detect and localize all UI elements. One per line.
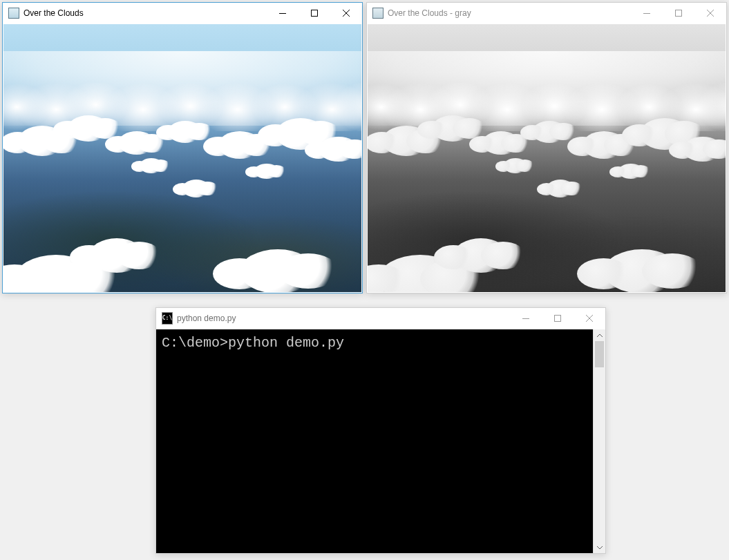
app-icon: C:\ [162, 313, 173, 324]
svg-rect-0 [312, 10, 318, 17]
vertical-scrollbar[interactable] [593, 329, 605, 553]
window-title: python demo.py [177, 313, 236, 323]
svg-rect-1 [676, 10, 682, 17]
clouds-image-color [3, 24, 361, 292]
console-viewport[interactable]: C:\demo>python demo.py [156, 329, 605, 553]
close-icon [343, 10, 350, 17]
cmd-icon: C:\ [162, 312, 173, 325]
close-button[interactable] [694, 3, 726, 23]
console-command: python demo.py [228, 335, 344, 351]
image-viewport [3, 24, 361, 292]
minimize-icon [279, 10, 286, 17]
close-icon [586, 315, 593, 322]
titlebar[interactable]: C:\ python demo.py [156, 308, 605, 329]
scrollbar-thumb[interactable] [595, 341, 604, 367]
window-controls [510, 308, 605, 329]
minimize-icon [643, 10, 650, 17]
minimize-button[interactable] [510, 308, 542, 329]
close-icon [707, 10, 714, 17]
maximize-button[interactable] [299, 3, 330, 23]
maximize-icon [311, 10, 318, 17]
minimize-button[interactable] [631, 3, 663, 23]
image-window-color[interactable]: Over the Clouds [2, 2, 363, 293]
maximize-button[interactable] [542, 308, 574, 329]
maximize-button[interactable] [663, 3, 694, 23]
minimize-icon [522, 315, 529, 322]
scroll-down-button[interactable] [594, 541, 605, 553]
close-button[interactable] [330, 3, 362, 23]
clouds-image-gray [368, 24, 726, 292]
maximize-icon [675, 10, 682, 17]
window-title: Over the Clouds [23, 8, 84, 18]
chevron-up-icon [597, 333, 603, 338]
app-icon [8, 8, 19, 19]
titlebar[interactable]: Over the Clouds - gray [367, 3, 726, 23]
console-prompt: C:\demo> [162, 335, 228, 351]
chevron-down-icon [597, 545, 603, 550]
image-window-gray[interactable]: Over the Clouds - gray [366, 2, 727, 293]
window-controls [267, 3, 362, 23]
close-button[interactable] [574, 308, 605, 329]
maximize-icon [554, 315, 561, 322]
console-window[interactable]: C:\ python demo.py C:\demo>python demo.p… [155, 307, 606, 554]
console-output[interactable]: C:\demo>python demo.py [156, 329, 594, 553]
scroll-up-button[interactable] [594, 329, 605, 341]
image-viewport [368, 24, 726, 292]
titlebar[interactable]: Over the Clouds [3, 3, 362, 23]
app-icon [372, 8, 384, 19]
window-title: Over the Clouds - gray [388, 8, 471, 18]
svg-rect-2 [555, 316, 561, 322]
window-controls [631, 3, 726, 23]
minimize-button[interactable] [267, 3, 299, 23]
